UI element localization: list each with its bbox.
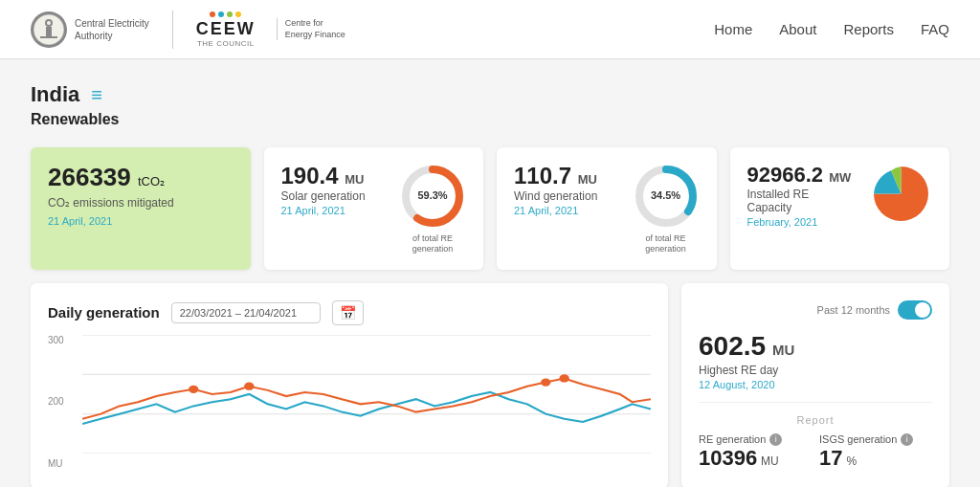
card-installed-date: February, 2021 — [747, 216, 852, 228]
report-col2-label: ISGS generation i — [819, 433, 932, 446]
card-co2: 266339 tCO₂ CO₂ emissions mitigated 21 A… — [31, 147, 251, 270]
report-grid: RE generation i 10396 MU ISGS generation… — [699, 433, 932, 471]
stat-date: 12 August, 2020 — [699, 379, 932, 390]
report-col1-label: RE generation i — [699, 433, 812, 446]
card-solar: 190.4 MU Solar generation 21 April, 2021… — [264, 147, 484, 270]
daily-gen-panel: Daily generation 📅 300 200 MU — [31, 283, 668, 487]
card-co2-label: CO₂ emissions mitigated — [48, 196, 234, 210]
card-solar-left: 190.4 MU Solar generation 21 April, 2021 — [281, 163, 366, 216]
ceew-wordmark: CEEW — [196, 19, 256, 39]
svg-point-4 — [47, 21, 51, 25]
solar-donut-label: 59.3% — [417, 189, 447, 202]
cards-row: 266339 tCO₂ CO₂ emissions mitigated 21 A… — [31, 147, 949, 270]
nav-reports[interactable]: Reports — [843, 21, 894, 37]
cef-text: Centre for Energy Finance — [277, 18, 345, 40]
card-solar-chart: 59.3% of total REgeneration — [399, 163, 466, 255]
dot3 — [227, 11, 233, 17]
dot4 — [235, 11, 241, 17]
stat-value-row: 602.5 MU — [699, 331, 932, 362]
card-installed-value: 92966.2 MW — [747, 163, 852, 188]
wind-donut-sublabel: of total REgeneration — [633, 233, 700, 255]
toggle-switch[interactable] — [898, 300, 932, 320]
logo-divider — [172, 11, 173, 49]
report-col1: RE generation i 10396 MU — [699, 433, 812, 471]
cea-text: Central Electricity Authority — [75, 17, 149, 42]
card-installed: 92966.2 MW Installed RE Capacity Februar… — [730, 147, 950, 270]
date-range-input[interactable] — [171, 302, 321, 323]
svg-rect-3 — [40, 36, 57, 38]
dot2 — [218, 11, 224, 17]
card-wind-chart: 34.5% of total REgeneration — [633, 163, 700, 255]
card-co2-value: 266339 tCO₂ — [48, 163, 234, 192]
card-solar-value: 190.4 MU — [281, 163, 366, 189]
stat-value: 602.5 — [699, 331, 766, 361]
solar-donut-sublabel: of total REgeneration — [399, 233, 466, 255]
nav-faq[interactable]: FAQ — [921, 21, 949, 37]
card-wind: 110.7 MU Wind generation 21 April, 2021 … — [497, 147, 717, 270]
card-wind-label: Wind generation — [514, 189, 597, 203]
ceew-dots — [210, 11, 241, 17]
report-section: Report RE generation i 10396 MU — [699, 402, 932, 471]
report-col1-value: 10396 MU — [699, 446, 812, 471]
page-subtitle: Renewables — [31, 111, 949, 128]
card-wind-left: 110.7 MU Wind generation 21 April, 2021 — [514, 163, 597, 216]
wind-donut: 34.5% — [633, 163, 700, 230]
card-wind-value: 110.7 MU — [514, 163, 597, 189]
card-wind-body: 110.7 MU Wind generation 21 April, 2021 … — [514, 163, 700, 255]
card-installed-chart — [870, 163, 932, 225]
wind-donut-label: 34.5% — [651, 189, 680, 202]
card-co2-date: 21 April, 2021 — [48, 215, 234, 227]
bottom-row: Daily generation 📅 300 200 MU — [31, 283, 949, 487]
card-installed-body: 92966.2 MW Installed RE Capacity Februar… — [747, 163, 933, 228]
chart-area: 300 200 MU — [48, 335, 651, 469]
card-solar-body: 190.4 MU Solar generation 21 April, 2021… — [281, 163, 467, 255]
card-installed-left: 92966.2 MW Installed RE Capacity Februar… — [747, 163, 852, 228]
card-installed-label: Installed RE Capacity — [747, 188, 852, 214]
col1-info-icon[interactable]: i — [769, 433, 782, 446]
stat-label: Highest RE day — [699, 364, 932, 377]
nav-home[interactable]: Home — [714, 21, 752, 37]
report-col2-value: 17 % — [819, 446, 932, 471]
solar-donut: 59.3% — [399, 163, 466, 230]
page-content: India ≡ Renewables 266339 tCO₂ CO₂ emiss… — [0, 59, 980, 487]
svg-point-14 — [541, 378, 550, 386]
toggle-knob — [915, 302, 930, 318]
chart-svg — [82, 335, 651, 454]
main-nav: Home About Reports FAQ — [714, 21, 949, 37]
ceew-subtitle: THE COUNCIL — [197, 39, 255, 48]
nav-about[interactable]: About — [779, 21, 816, 37]
cea-emblem-icon — [31, 11, 67, 48]
col2-info-icon[interactable]: i — [901, 433, 913, 446]
cea-logo: Central Electricity Authority — [31, 11, 149, 48]
page-title-row: India ≡ — [31, 82, 949, 107]
svg-point-13 — [559, 374, 568, 382]
svg-rect-2 — [46, 27, 52, 36]
toggle-label: Past 12 months — [817, 304, 890, 316]
card-solar-date: 21 April, 2021 — [281, 205, 366, 216]
header: Central Electricity Authority CEEW THE C… — [0, 0, 980, 59]
report-col2: ISGS generation i 17 % — [819, 433, 932, 471]
chart-title: Daily generation — [48, 304, 160, 321]
card-solar-label: Solar generation — [281, 189, 366, 203]
header-logos: Central Electricity Authority CEEW THE C… — [31, 11, 345, 49]
stats-panel: Past 12 months 602.5 MU Highest RE day 1… — [681, 283, 949, 487]
svg-point-16 — [189, 385, 198, 392]
toggle-row: Past 12 months — [699, 300, 932, 320]
stat-unit: MU — [772, 342, 794, 358]
dot1 — [210, 11, 215, 17]
svg-point-15 — [244, 382, 254, 389]
chart-header: Daily generation 📅 — [48, 300, 651, 325]
page-title: India — [31, 82, 79, 107]
card-wind-date: 21 April, 2021 — [514, 205, 597, 216]
y-axis-labels: 300 200 MU — [48, 335, 77, 469]
filter-icon[interactable]: ≡ — [91, 84, 102, 106]
calendar-button[interactable]: 📅 — [332, 300, 364, 325]
ceew-logo: CEEW THE COUNCIL — [196, 11, 256, 48]
report-label: Report — [699, 414, 932, 426]
